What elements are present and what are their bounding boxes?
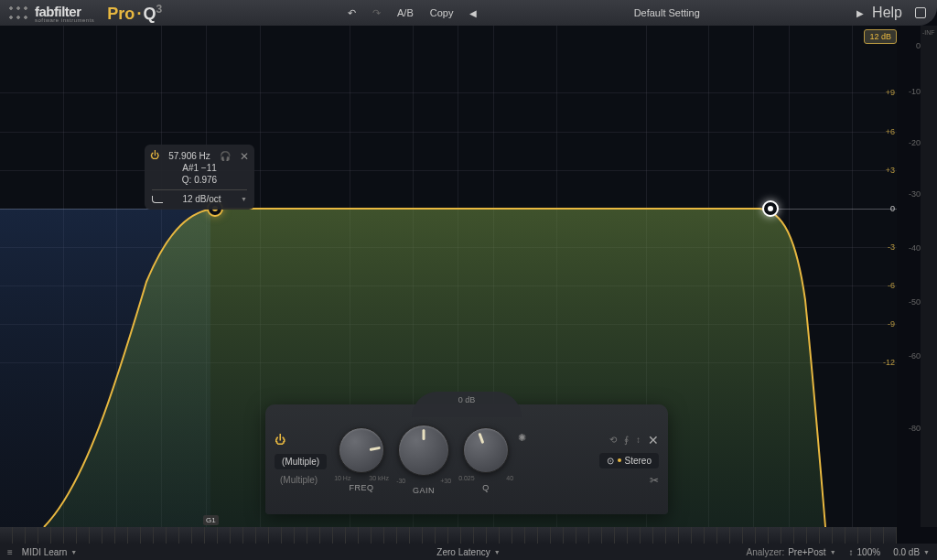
- freq-label: FREQ: [350, 483, 374, 492]
- slope-dropdown-icon[interactable]: ▼: [241, 196, 247, 202]
- db-range-selector[interactable]: 12 dB: [864, 29, 897, 44]
- gain-readout: 0 dB: [458, 395, 476, 404]
- redo-button[interactable]: ↷: [372, 7, 381, 19]
- band-freq-value[interactable]: 57.906 Hz: [168, 151, 210, 161]
- meter-peak-label: -INF: [922, 29, 935, 36]
- piano-keyboard[interactable]: G1: [0, 527, 897, 544]
- output-scale[interactable]: ↕100%: [849, 547, 881, 557]
- prev-preset-button[interactable]: ◀: [469, 8, 477, 18]
- copy-button[interactable]: Copy: [430, 7, 454, 18]
- gain-label: GAIN: [413, 486, 435, 495]
- topbar: fabfilter software instruments Pro·Q3 ↶ …: [0, 0, 937, 26]
- band-control-panel: 0 dB ✺ ⏻ (Multiple) (Multiple) 10 Hz30 k…: [265, 404, 668, 514]
- brand-tagline: software instruments: [35, 17, 94, 23]
- band-power-icon[interactable]: ⏻: [150, 150, 159, 160]
- gain-knob[interactable]: [398, 425, 449, 476]
- bottombar: ≡ MIDI Learn▼ Zero Latency▼ Analyzer: Pr…: [0, 544, 937, 560]
- q-knob[interactable]: [463, 427, 509, 473]
- analyzer-mode[interactable]: Analyzer: Pre+Post▼: [747, 547, 836, 557]
- help-button[interactable]: Help: [872, 5, 902, 21]
- top-center-controls: ↶ ↷ A/B Copy ◀ Default Setting ▶: [348, 7, 864, 19]
- midi-learn-button[interactable]: MIDI Learn▼: [22, 547, 77, 557]
- analyzer-scale: 0 -10 -20 -30 -40 -50 -60 -80: [897, 26, 921, 527]
- invert-icon[interactable]: ↕: [636, 435, 641, 445]
- band-tooltip-close-icon[interactable]: ✕: [240, 150, 249, 163]
- output-gain[interactable]: 0.0 dB▼: [893, 547, 930, 557]
- preset-name[interactable]: Default Setting: [493, 7, 840, 18]
- phase-icon[interactable]: ∮: [624, 435, 629, 445]
- undo-button[interactable]: ↶: [348, 7, 356, 19]
- product-name: Pro·Q3: [107, 3, 162, 24]
- band-slope-value[interactable]: 12 dB/oct: [167, 194, 237, 204]
- panel-power-icon[interactable]: ⏻: [275, 434, 285, 447]
- brand-name: fabfilter: [35, 4, 81, 19]
- brand-text: fabfilter software instruments: [35, 4, 94, 23]
- latency-mode-selector[interactable]: Zero Latency▼: [436, 547, 500, 557]
- brand-area: fabfilter software instruments Pro·Q3: [0, 3, 169, 24]
- menu-icon[interactable]: ≡: [7, 547, 13, 557]
- band-split-icon[interactable]: ✂: [650, 474, 659, 487]
- ab-toggle[interactable]: A/B: [397, 7, 414, 18]
- output-meter[interactable]: -INF: [921, 26, 937, 527]
- piano-note-label: G1: [203, 515, 219, 525]
- filter-slope-selector[interactable]: (Multiple): [275, 475, 318, 485]
- gain-scale-gear-icon[interactable]: ✺: [518, 432, 526, 444]
- top-right-controls: Help: [872, 5, 926, 21]
- band-q-value[interactable]: Q: 0.976: [182, 175, 217, 185]
- band-note-value: A#1 −11: [182, 163, 217, 173]
- panel-close-icon[interactable]: ✕: [648, 433, 659, 447]
- filter-shape-icon[interactable]: [152, 196, 163, 203]
- stereo-link-icon: ⊙: [607, 456, 614, 466]
- fabfilter-logo-icon: [7, 5, 29, 21]
- dynamic-eq-icon[interactable]: ⟲: [609, 435, 617, 445]
- band-tooltip: ⏻ ✕ 57.906 Hz 🎧 A#1 −11 Q: 0.976 12 dB/o…: [145, 145, 254, 210]
- headphone-solo-icon[interactable]: 🎧: [220, 151, 231, 161]
- fullscreen-icon[interactable]: [915, 7, 926, 18]
- stereo-placement-selector[interactable]: ⊙ Stereo: [599, 453, 659, 468]
- freq-knob[interactable]: [339, 427, 384, 473]
- filter-type-selector[interactable]: (Multiple): [275, 454, 327, 469]
- q-label: Q: [482, 483, 490, 492]
- next-preset-button[interactable]: ▶: [856, 8, 864, 18]
- band-handle-2[interactable]: [762, 200, 779, 217]
